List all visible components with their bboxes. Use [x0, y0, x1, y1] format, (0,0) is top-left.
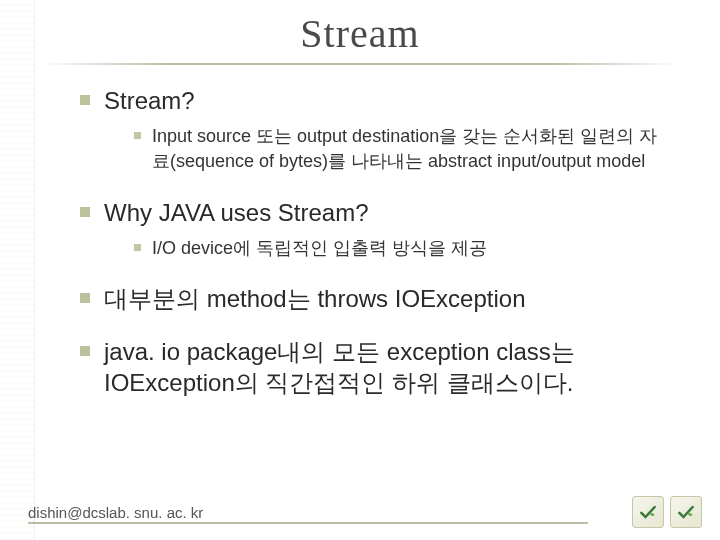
list-item: 대부분의 method는 throws IOException [80, 283, 660, 314]
check-leaf-icon [632, 496, 664, 528]
list-item-text: Input source 또는 output destination을 갖는 순… [152, 126, 657, 171]
slide-left-texture [0, 0, 35, 540]
bullet-list: Stream? Input source 또는 output destinati… [80, 85, 660, 399]
slide-title: Stream [0, 0, 720, 57]
list-item-text: java. io package내의 모든 exception class는 I… [104, 338, 575, 396]
list-item-text: Why JAVA uses Stream? [104, 199, 369, 226]
list-item-text: 대부분의 method는 throws IOException [104, 285, 525, 312]
list-item: I/O device에 독립적인 입출력 방식을 제공 [134, 236, 660, 261]
list-item: Why JAVA uses Stream? I/O device에 독립적인 입… [80, 197, 660, 261]
list-item-text: Stream? [104, 87, 195, 114]
footer-email: dishin@dcslab. snu. ac. kr [28, 504, 588, 524]
footer-logos [632, 496, 702, 528]
list-item: java. io package내의 모든 exception class는 I… [80, 336, 660, 398]
list-item: Stream? Input source 또는 output destinati… [80, 85, 660, 175]
slide: Stream Stream? Input source 또는 output de… [0, 0, 720, 540]
slide-content: Stream? Input source 또는 output destinati… [0, 65, 720, 399]
list-item: Input source 또는 output destination을 갖는 순… [134, 124, 660, 174]
list-item-text: I/O device에 독립적인 입출력 방식을 제공 [152, 238, 487, 258]
sub-bullet-list: I/O device에 독립적인 입출력 방식을 제공 [104, 236, 660, 261]
check-leaf-icon [670, 496, 702, 528]
sub-bullet-list: Input source 또는 output destination을 갖는 순… [104, 124, 660, 174]
